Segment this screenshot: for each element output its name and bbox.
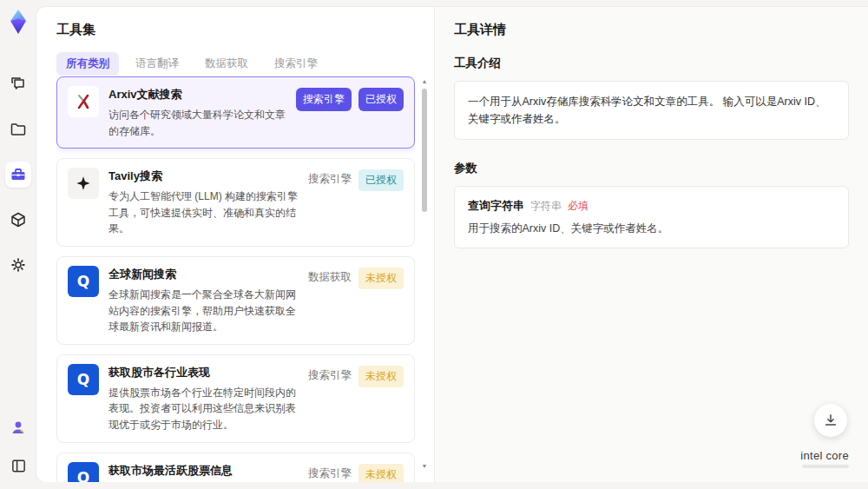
sidebar-item-chat[interactable] — [5, 71, 31, 97]
auth-status-badge: 未授权 — [358, 268, 404, 289]
tool-detail-panel: 工具详情 工具介绍 一个用于从Arxiv存储库搜索科学论文和文章的工具。 输入可… — [434, 7, 868, 482]
settings-icon — [10, 256, 27, 274]
tool-description: 访问各个研究领域大量科学论文和文章的存储库。 — [108, 107, 286, 139]
tool-name: 全球新闻搜索 — [108, 267, 299, 282]
arxiv-icon — [75, 93, 92, 110]
sidebar-item-toolbox[interactable] — [5, 162, 31, 188]
tool-card[interactable]: Arxiv文献搜索访问各个研究领域大量科学论文和文章的存储库。搜索引擎已授权 — [56, 76, 415, 149]
param-desc: 用于搜索的Arxiv ID、关键字或作者姓名。 — [468, 221, 835, 236]
detail-title: 工具详情 — [454, 22, 849, 38]
auth-status-badge: 未授权 — [358, 366, 404, 387]
tool-name: 获取市场最活跃股票信息 — [108, 463, 299, 479]
tool-card-meta: 搜索引擎已授权 — [308, 168, 404, 237]
tool-description: 全球新闻搜索是一个聚合全球各大新闻网站内容的搜索引擎，帮助用户快速获取全球最新资… — [108, 287, 299, 335]
sidebar-item-collapse[interactable] — [5, 453, 31, 479]
sidebar-item-models[interactable] — [5, 207, 31, 233]
list-scrollbar[interactable]: ▲ ▼ — [420, 78, 429, 470]
top-strip — [36, 0, 868, 7]
sparkle-icon — [68, 168, 99, 199]
category-label: 数据获取 — [308, 268, 352, 285]
tool-card-body: Tavily搜索专为人工智能代理 (LLM) 构建的搜索引擎工具，可快速提供实时… — [108, 168, 299, 237]
scroll-up-icon[interactable]: ▲ — [422, 78, 428, 85]
tool-card[interactable]: Q获取股市各行业表现提供股票市场各个行业在特定时间段内的表现。投资者可以利用这些… — [56, 354, 415, 443]
user-icon — [10, 419, 27, 436]
chat-icon — [10, 76, 27, 93]
panel-toggle-icon — [10, 458, 27, 474]
sparkle-icon — [76, 175, 91, 191]
intro-text: 一个用于从Arxiv存储库搜索科学论文和文章的工具。 输入可以是Arxiv ID… — [468, 93, 835, 128]
auth-status-badge: 未授权 — [358, 464, 404, 482]
download-icon — [823, 413, 838, 428]
tool-card-meta: 搜索引擎未授权 — [308, 462, 404, 482]
sidebar-item-files[interactable] — [5, 116, 31, 142]
param-box: 查询字符串 字符串 必填 用于搜索的Arxiv ID、关键字或作者姓名。 — [454, 186, 849, 248]
category-label: 搜索引擎 — [308, 464, 352, 481]
toolbox-icon — [10, 166, 27, 183]
tab-category-2[interactable]: 数据获取 — [195, 52, 258, 76]
news-icon: Q — [68, 364, 99, 395]
intro-heading: 工具介绍 — [454, 56, 849, 71]
news-icon: Q — [68, 462, 99, 482]
tool-card-body: 获取股市各行业表现提供股票市场各个行业在特定时间段内的表现。投资者可以利用这些信… — [108, 364, 299, 433]
param-head: 查询字符串 字符串 必填 — [468, 198, 835, 214]
news-glyph: Q — [77, 273, 89, 290]
brand-bar — [802, 465, 849, 468]
content: 工具集 所有类别语言翻译数据获取搜索引擎 Arxiv文献搜索访问各个研究领域大量… — [36, 7, 868, 482]
tool-card-body: Arxiv文献搜索访问各个研究领域大量科学论文和文章的存储库。 — [108, 86, 286, 139]
tab-all-categories[interactable]: 所有类别 — [56, 52, 119, 76]
intel-core-logo: intel core — [800, 449, 849, 468]
bottom-strip — [36, 482, 868, 489]
param-type: 字符串 — [530, 199, 562, 214]
tool-card[interactable]: Q获取市场最活跃股票信息提供当天交易量最高的股票列表。投资者可以利用这些信息来识… — [56, 453, 415, 482]
news-glyph: Q — [77, 371, 89, 388]
tool-card-meta: 数据获取未授权 — [308, 266, 404, 335]
tab-category-3[interactable]: 搜索引擎 — [265, 52, 327, 76]
sidebar-item-user[interactable] — [5, 414, 31, 440]
folder-icon — [10, 121, 27, 138]
scroll-down-icon[interactable]: ▼ — [422, 463, 428, 470]
news-icon: Q — [68, 266, 99, 297]
sidebar-nav — [5, 71, 31, 278]
tool-list-panel: 工具集 所有类别语言翻译数据获取搜索引擎 Arxiv文献搜索访问各个研究领域大量… — [36, 7, 434, 482]
scrollbar-track[interactable] — [421, 85, 428, 463]
cube-icon — [10, 211, 27, 228]
sidebar-bottom — [5, 414, 31, 479]
tool-card[interactable]: Tavily搜索专为人工智能代理 (LLM) 构建的搜索引擎工具，可快速提供实时… — [56, 158, 415, 247]
param-name: 查询字符串 — [468, 198, 524, 214]
news-glyph: Q — [77, 469, 89, 482]
tool-description: 提供股票市场各个行业在特定时间段内的表现。投资者可以利用这些信息来识别表现优于或… — [108, 385, 299, 433]
tool-name: Tavily搜索 — [108, 169, 299, 184]
page-title: 工具集 — [56, 22, 434, 38]
download-button[interactable] — [814, 404, 847, 437]
scrollbar-thumb[interactable] — [422, 89, 427, 212]
auth-status-badge: 已授权 — [358, 169, 404, 191]
intro-box: 一个用于从Arxiv存储库搜索科学论文和文章的工具。 输入可以是Arxiv ID… — [454, 81, 849, 140]
tool-name: Arxiv文献搜索 — [108, 87, 286, 102]
category-label: 搜索引擎 — [308, 169, 352, 187]
left-sidebar — [0, 0, 36, 489]
params-heading: 参数 — [454, 161, 849, 176]
category-label: 搜索引擎 — [308, 366, 352, 383]
tool-card-list: Arxiv文献搜索访问各个研究领域大量科学论文和文章的存储库。搜索引擎已授权 T… — [56, 76, 415, 482]
category-tabs: 所有类别语言翻译数据获取搜索引擎 — [56, 52, 434, 76]
param-required-badge: 必填 — [568, 199, 589, 214]
tool-description: 专为人工智能代理 (LLM) 构建的搜索引擎工具，可快速提供实时、准确和真实的结… — [108, 188, 299, 237]
tool-card-body: 全球新闻搜索全球新闻搜索是一个聚合全球各大新闻网站内容的搜索引擎，帮助用户快速获… — [108, 266, 299, 335]
sidebar-item-settings[interactable] — [5, 252, 31, 278]
arxiv-icon — [68, 86, 99, 117]
app-logo-icon — [6, 9, 30, 35]
tool-card-body: 获取市场最活跃股票信息提供当天交易量最高的股票列表。投资者可以利用这些信息来识别… — [108, 462, 299, 482]
tool-card-meta: 搜索引擎已授权 — [296, 86, 404, 139]
auth-chip-button[interactable]: 已授权 — [358, 88, 404, 111]
tab-category-1[interactable]: 语言翻译 — [126, 52, 188, 76]
category-chip-button[interactable]: 搜索引擎 — [296, 88, 352, 111]
tool-card-meta: 搜索引擎未授权 — [308, 364, 404, 433]
app-window: 工具集 所有类别语言翻译数据获取搜索引擎 Arxiv文献搜索访问各个研究领域大量… — [0, 0, 868, 489]
tool-name: 获取股市各行业表现 — [108, 365, 299, 380]
brand-text: intel core — [800, 449, 849, 462]
main-area: 工具集 所有类别语言翻译数据获取搜索引擎 Arxiv文献搜索访问各个研究领域大量… — [36, 0, 868, 489]
tool-card[interactable]: Q全球新闻搜索全球新闻搜索是一个聚合全球各大新闻网站内容的搜索引擎，帮助用户快速… — [56, 256, 415, 345]
